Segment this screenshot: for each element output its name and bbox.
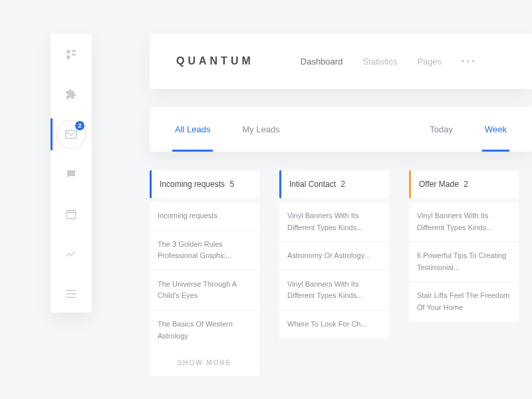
svg-rect-2 bbox=[72, 54, 76, 56]
timeframe-tabs: Today Week bbox=[420, 106, 516, 152]
nav-more-button[interactable] bbox=[462, 60, 475, 63]
column-count: 2 bbox=[464, 180, 468, 189]
trend-icon bbox=[65, 250, 77, 258]
svg-rect-5 bbox=[66, 211, 76, 219]
svg-rect-0 bbox=[66, 50, 70, 53]
column-title: Offer Made bbox=[419, 180, 459, 189]
header: QUANTUM Dashboard Statistics Pages bbox=[150, 33, 532, 89]
sidebar-item-analytics[interactable] bbox=[51, 245, 92, 263]
top-nav: Dashboard Statistics Pages bbox=[301, 57, 442, 66]
mail-badge: 2 bbox=[75, 121, 84, 130]
column-count: 2 bbox=[340, 180, 345, 189]
lead-card[interactable]: Stair Lifts Feel The Freedom Of Your Hom… bbox=[409, 282, 519, 321]
lead-scope-tabs: All Leads My Leads bbox=[166, 106, 289, 152]
column-title: Intial Contact bbox=[289, 180, 336, 189]
lead-card[interactable]: Astronomy Or Astrology... bbox=[279, 242, 389, 271]
nav-pages[interactable]: Pages bbox=[417, 57, 442, 66]
puzzle-icon bbox=[65, 88, 77, 100]
column-title: Incoming requests bbox=[160, 180, 225, 189]
lead-card[interactable]: Vinyl Banners With Its Different Types K… bbox=[409, 202, 519, 242]
lead-card[interactable]: 6 Powerful Tips To Creating Testimonial.… bbox=[409, 242, 519, 282]
column-cards: Vinyl Banners With Its Different Types K… bbox=[409, 202, 519, 322]
grid-icon bbox=[65, 49, 77, 61]
show-more-button[interactable]: SHOW MORE bbox=[150, 350, 259, 376]
lead-card[interactable]: The Basics Of Western Astrology bbox=[150, 311, 259, 350]
lead-card[interactable]: The Universe Through A Child's Eyes bbox=[150, 271, 259, 311]
lead-card[interactable]: Vinyl Banners With Its Different Types K… bbox=[279, 271, 389, 311]
tab-week[interactable]: Week bbox=[475, 106, 516, 152]
kanban-board: Incoming requests 5 Incoming requests Th… bbox=[150, 170, 532, 399]
dot-icon bbox=[472, 60, 475, 63]
dot-icon bbox=[467, 60, 469, 63]
lead-card[interactable]: Vinyl Banners With Its Different Types K… bbox=[279, 202, 389, 242]
svg-rect-3 bbox=[66, 56, 70, 59]
sidebar-item-menu[interactable] bbox=[51, 285, 92, 303]
column-offer-made: Offer Made 2 Vinyl Banners With Its Diff… bbox=[409, 170, 519, 399]
nav-dashboard[interactable]: Dashboard bbox=[301, 57, 343, 66]
sidebar-item-calendar[interactable] bbox=[51, 205, 92, 223]
column-header[interactable]: Offer Made 2 bbox=[409, 170, 519, 198]
calendar-icon bbox=[65, 208, 77, 220]
column-initial-contact: Intial Contact 2 Vinyl Banners With Its … bbox=[279, 170, 389, 399]
column-cards: Vinyl Banners With Its Different Types K… bbox=[279, 202, 389, 338]
column-count: 5 bbox=[229, 180, 234, 189]
column-header[interactable]: Intial Contact 2 bbox=[279, 170, 389, 198]
tab-today[interactable]: Today bbox=[420, 106, 462, 152]
sidebar-item-plugins[interactable] bbox=[51, 85, 92, 104]
sidebar: 2 bbox=[51, 33, 92, 313]
column-cards: Incoming requests The 3 Golden Rules Pro… bbox=[150, 202, 259, 350]
lead-card[interactable]: Where To Look For Ch... bbox=[279, 311, 389, 338]
column-header[interactable]: Incoming requests 5 bbox=[150, 170, 259, 198]
column-incoming-requests: Incoming requests 5 Incoming requests Th… bbox=[150, 170, 259, 399]
chat-icon bbox=[65, 168, 77, 180]
nav-statistics[interactable]: Statistics bbox=[362, 57, 397, 66]
tab-my-leads[interactable]: My Leads bbox=[233, 106, 289, 152]
brand-logo: QUANTUM bbox=[176, 55, 254, 67]
sidebar-item-dashboard[interactable] bbox=[51, 45, 92, 64]
svg-rect-1 bbox=[72, 50, 76, 52]
filter-bar: All Leads My Leads Today Week bbox=[150, 106, 532, 152]
sidebar-item-chat[interactable] bbox=[51, 165, 92, 184]
lead-card[interactable]: Incoming requests bbox=[150, 202, 259, 231]
menu-icon bbox=[65, 289, 77, 299]
sidebar-item-mail[interactable]: 2 bbox=[51, 125, 92, 144]
lead-card[interactable]: The 3 Golden Rules Professional Graphic.… bbox=[150, 231, 259, 271]
dot-icon bbox=[462, 60, 464, 63]
tab-all-leads[interactable]: All Leads bbox=[166, 106, 219, 152]
